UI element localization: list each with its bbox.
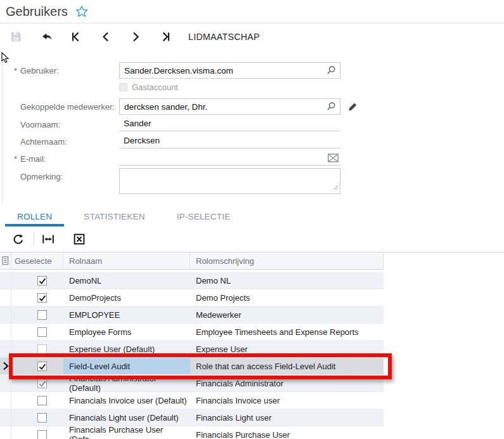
row-pointer-cell: [0, 358, 11, 374]
email-value[interactable]: [119, 152, 340, 166]
row-rolomschrijving-cell[interactable]: Employee Timesheets and Expense Reports: [190, 327, 384, 337]
row-rolomschrijving-cell[interactable]: Financials Light user: [190, 413, 384, 423]
first-record-icon[interactable]: [69, 30, 83, 44]
achternaam-label: Achternaam:: [0, 137, 119, 147]
column-header-geselecteerd[interactable]: Geselecte: [11, 252, 63, 269]
row-rolnaam-cell[interactable]: Financials Light user (Default): [63, 409, 190, 426]
save-icon[interactable]: [9, 30, 23, 44]
voornaam-value[interactable]: Sander: [119, 117, 340, 131]
row-checkbox[interactable]: [37, 293, 47, 303]
row-checkbox[interactable]: [37, 310, 47, 320]
table-row[interactable]: Employee Forms Employee Timesheets and E…: [0, 324, 384, 341]
user-form: * Gebruiker: Gastaccount Gekoppelde mede…: [0, 61, 504, 209]
table-row[interactable]: Financials Purchase User (Defa... Financ…: [0, 426, 384, 439]
lidmaatschap-button[interactable]: LIDMAATSCHAP: [188, 32, 260, 42]
grid-toolbar: [0, 226, 504, 252]
table-row[interactable]: Expense User (Default) Expense User: [0, 341, 384, 358]
previous-record-icon[interactable]: [99, 30, 113, 44]
export-excel-icon[interactable]: [72, 232, 86, 246]
toolbar-separator: [34, 232, 34, 246]
favorite-star-icon[interactable]: [75, 5, 88, 20]
row-pointer-cell: [0, 409, 11, 426]
row-checkbox[interactable]: [37, 379, 47, 388]
gastaccount-checkbox[interactable]: [119, 83, 127, 91]
row-rolomschrijving-cell[interactable]: Expense User: [190, 344, 384, 354]
form-row-achternaam: Achternaam: Dercksen: [0, 134, 340, 148]
roles-table: Geselecte Rolnaam Rolomschrijving DemoNL…: [0, 252, 384, 439]
magnifier-icon[interactable]: [326, 102, 336, 114]
table-row[interactable]: Field-Level Audit Role that can access F…: [0, 358, 384, 375]
row-rolnaam-cell[interactable]: Financials Purchase User (Defa...: [63, 426, 190, 439]
row-selected-cell: [11, 413, 63, 423]
row-rolomschrijving-cell[interactable]: Role that can access Field-Level Audit: [190, 362, 384, 371]
row-pointer-cell: [0, 375, 11, 391]
table-row[interactable]: Financials Administrator (Default) Finan…: [0, 375, 384, 392]
gekoppelde-medewerker-input[interactable]: [119, 98, 340, 115]
gebruiker-input[interactable]: [119, 62, 340, 79]
gebruiker-label: * Gebruiker:: [0, 66, 119, 75]
form-row-opmerking: Opmerking:: [0, 168, 340, 196]
last-record-icon[interactable]: [158, 30, 172, 44]
row-rolnaam-cell[interactable]: Financials Invoice user (Default): [63, 392, 190, 409]
form-row-gebruiker: * Gebruiker:: [0, 62, 340, 79]
table-row[interactable]: Financials Invoice user (Default) Financ…: [0, 392, 384, 409]
row-checkbox[interactable]: [37, 362, 47, 371]
row-selected-cell: [11, 396, 63, 405]
fit-width-icon[interactable]: [41, 232, 55, 246]
form-row-gekoppelde-medewerker: Gekoppelde medewerker:: [0, 98, 340, 115]
roles-table-body: DemoNL Demo NL DemoProjects Demo Project…: [0, 272, 384, 439]
table-row[interactable]: DemoNL Demo NL: [0, 272, 384, 289]
envelope-icon[interactable]: [328, 154, 339, 164]
row-rolnaam-cell[interactable]: DemoProjects: [63, 289, 190, 306]
row-rolnaam-cell[interactable]: DemoNL: [63, 272, 190, 289]
row-checkbox[interactable]: [37, 344, 47, 354]
tab-rollen[interactable]: ROLLEN: [5, 210, 64, 226]
table-row[interactable]: EMPLOPYEE Medewerker: [0, 306, 384, 324]
achternaam-value[interactable]: Dercksen: [119, 134, 340, 148]
roles-table-header: Geselecte Rolnaam Rolomschrijving: [0, 252, 384, 270]
tab-statistieken[interactable]: STATISTIEKEN: [72, 210, 157, 226]
row-selected-cell: [11, 310, 63, 320]
row-rolomschrijving-cell[interactable]: Demo Projects: [190, 293, 384, 303]
form-row-voornaam: Voornaam: Sander: [0, 117, 340, 131]
form-row-email: * E-mail:: [0, 152, 340, 166]
table-row[interactable]: Financials Light user (Default) Financia…: [0, 409, 384, 426]
gastaccount-label: Gastaccount: [132, 82, 178, 92]
row-rolnaam-cell[interactable]: Employee Forms: [63, 324, 190, 340]
voornaam-label: Voornaam:: [0, 120, 119, 129]
row-rolnaam-cell[interactable]: Field-Level Audit: [63, 358, 190, 374]
row-settings-icon[interactable]: [0, 252, 11, 269]
tab-ip-selectie[interactable]: IP-SELECTIE: [165, 210, 243, 226]
row-checkbox[interactable]: [37, 413, 47, 423]
undo-icon[interactable]: [39, 30, 53, 44]
row-checkbox[interactable]: [37, 276, 47, 285]
row-rolnaam-cell[interactable]: Financials Administrator (Default): [63, 375, 190, 391]
refresh-icon[interactable]: [11, 232, 25, 246]
opmerking-label: Opmerking:: [0, 168, 119, 181]
row-checkbox[interactable]: [37, 430, 47, 439]
table-row[interactable]: DemoProjects Demo Projects: [0, 289, 384, 306]
column-header-rolnaam[interactable]: Rolnaam: [63, 252, 190, 269]
magnifier-icon[interactable]: [326, 65, 336, 77]
page-title: Gebruikers: [6, 4, 68, 19]
email-label: * E-mail:: [0, 154, 119, 164]
column-header-rolomschrijving[interactable]: Rolomschrijving: [190, 252, 384, 269]
next-record-icon[interactable]: [129, 30, 143, 44]
row-rolnaam-cell[interactable]: EMPLOPYEE: [63, 306, 190, 323]
row-checkbox[interactable]: [37, 396, 47, 405]
current-row-arrow-icon: [3, 362, 9, 370]
mouse-cursor-icon: [1, 52, 11, 67]
pencil-icon[interactable]: [347, 102, 358, 114]
row-selected-cell: [11, 430, 63, 439]
row-rolomschrijving-cell[interactable]: Financials Purchase User: [190, 430, 384, 439]
row-selected-cell: [11, 362, 63, 371]
opmerking-textarea[interactable]: [119, 168, 340, 194]
row-rolomschrijving-cell[interactable]: Medewerker: [190, 310, 384, 320]
row-checkbox[interactable]: [37, 327, 47, 337]
row-rolnaam-cell[interactable]: Expense User (Default): [63, 341, 190, 357]
row-rolomschrijving-cell[interactable]: Financials Invoice user: [190, 396, 384, 405]
record-toolbar: LIDMAATSCHAP: [0, 24, 504, 49]
row-rolomschrijving-cell[interactable]: Demo NL: [190, 276, 384, 285]
row-rolomschrijving-cell[interactable]: Financials Administrator: [190, 379, 384, 388]
tab-strip: ROLLEN STATISTIEKEN IP-SELECTIE: [5, 210, 242, 226]
